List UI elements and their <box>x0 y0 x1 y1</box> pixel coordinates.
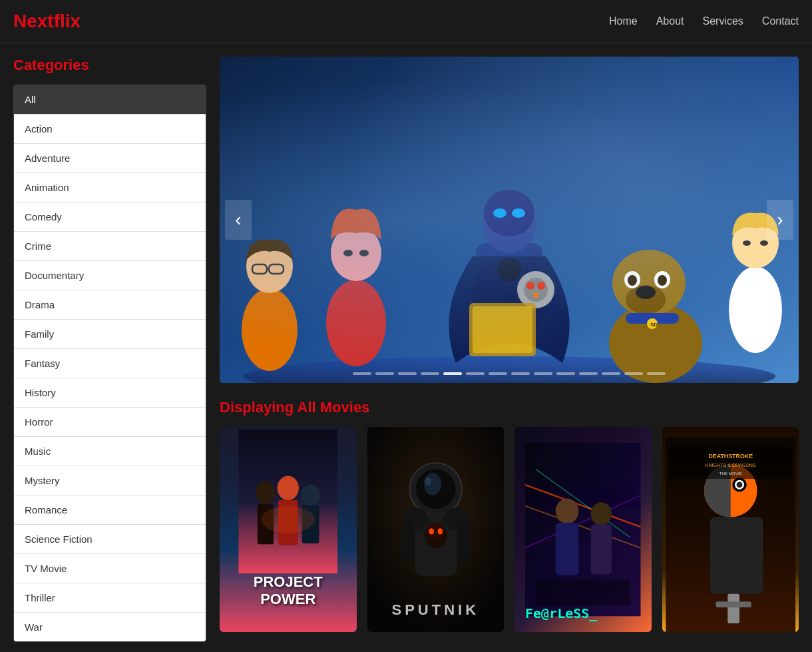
category-thriller[interactable]: Thriller <box>14 583 206 613</box>
svg-rect-79 <box>715 601 751 607</box>
category-action[interactable]: Action <box>14 115 206 144</box>
category-list: All Action Adventure Animation Comedy Cr… <box>13 85 206 642</box>
banner-dot-10[interactable] <box>556 372 575 375</box>
categories-title: Categories <box>13 57 206 74</box>
svg-point-16 <box>636 286 656 299</box>
nav-links: Home About Services Contact <box>609 15 799 27</box>
svg-rect-3 <box>476 243 542 263</box>
svg-point-14 <box>612 250 686 316</box>
svg-rect-71 <box>536 579 630 605</box>
svg-point-67 <box>556 499 579 524</box>
category-history[interactable]: History <box>14 378 206 408</box>
nav-item-services[interactable]: Services <box>703 15 743 27</box>
svg-text:SD: SD <box>650 322 658 328</box>
banner-dot-9[interactable] <box>534 372 552 375</box>
movie-card-sputnik[interactable]: SPUTNIK <box>367 427 505 632</box>
brand-logo[interactable]: Nextflix <box>13 11 81 32</box>
project-power-art <box>220 430 357 573</box>
content-area: SD <box>220 57 799 642</box>
svg-point-10 <box>331 225 381 281</box>
svg-point-18 <box>628 275 637 286</box>
banner-dots <box>353 372 666 375</box>
nav-item-about[interactable]: About <box>656 15 684 27</box>
svg-point-28 <box>242 288 298 371</box>
svg-rect-70 <box>591 524 612 574</box>
nav-link-contact[interactable]: Contact <box>762 15 799 27</box>
svg-point-15 <box>626 285 666 314</box>
svg-point-2 <box>473 250 546 343</box>
banner-dot-8[interactable] <box>511 372 530 375</box>
project-power-title: PROJECT <box>254 573 323 591</box>
category-romance[interactable]: Romance <box>14 495 206 525</box>
project-power-title2: POWER <box>254 591 323 608</box>
banner-dot-13[interactable] <box>624 372 643 375</box>
banner-dot-4[interactable] <box>421 372 439 375</box>
svg-rect-39 <box>473 306 532 353</box>
svg-point-12 <box>359 250 369 256</box>
movie-card-fearless[interactable]: Fe@rLeSS_ <box>514 427 652 632</box>
category-animation[interactable]: Animation <box>14 173 206 202</box>
category-music[interactable]: Music <box>14 437 206 466</box>
category-science-fiction[interactable]: Science Fiction <box>14 525 206 554</box>
category-comedy[interactable]: Comedy <box>14 202 206 232</box>
nav-item-contact[interactable]: Contact <box>762 15 799 27</box>
category-family[interactable]: Family <box>14 320 206 349</box>
svg-point-29 <box>246 240 293 293</box>
sidebar: Categories All Action Adventure Animatio… <box>13 57 206 642</box>
svg-point-69 <box>591 502 612 525</box>
svg-point-6 <box>493 208 507 218</box>
banner-dot-6[interactable] <box>466 372 485 375</box>
banner-dot-5[interactable] <box>443 372 462 375</box>
movie-card-fearless-inner: Fe@rLeSS_ <box>514 427 652 632</box>
banner-carousel: SD <box>220 57 799 383</box>
svg-point-60 <box>429 528 433 534</box>
deathstroke-art: DEATHSTROKE KNIGHTS & DRAGONS THE MOVIE <box>662 438 799 632</box>
category-war[interactable]: War <box>14 613 206 641</box>
nav-item-home[interactable]: Home <box>609 15 638 27</box>
svg-point-45 <box>301 484 319 505</box>
nav-link-home[interactable]: Home <box>609 15 638 27</box>
svg-point-33 <box>517 271 554 308</box>
movie-card-project-power[interactable]: PROJECT POWER <box>220 427 357 632</box>
movies-grid: PROJECT POWER <box>220 427 799 632</box>
banner-dot-2[interactable] <box>375 372 394 375</box>
fearless-art <box>525 438 641 621</box>
category-fantasy[interactable]: Fantasy <box>14 349 206 378</box>
banner-next-button[interactable]: › <box>767 200 793 240</box>
banner-dot-12[interactable] <box>602 372 620 375</box>
svg-text:DEATHSTROKE: DEATHSTROKE <box>708 453 753 460</box>
svg-rect-38 <box>469 303 536 356</box>
category-crime[interactable]: Crime <box>14 232 206 261</box>
movie-card-deathstroke[interactable]: DEATHSTROKE KNIGHTS & DRAGONS THE MOVIE <box>662 427 799 632</box>
movie-card-sputnik-inner: SPUTNIK <box>367 427 505 632</box>
banner-dot-14[interactable] <box>647 372 666 375</box>
banner-scene: SD <box>220 57 799 383</box>
banner-dot-3[interactable] <box>398 372 417 375</box>
banner-dot-11[interactable] <box>579 372 598 375</box>
navbar: Nextflix Home About Services Contact <box>0 0 812 43</box>
category-mystery[interactable]: Mystery <box>14 466 206 495</box>
banner-dot-7[interactable] <box>489 372 507 375</box>
svg-point-36 <box>537 282 545 290</box>
svg-point-43 <box>278 476 299 500</box>
svg-point-52 <box>425 477 431 486</box>
category-all[interactable]: All <box>14 85 206 115</box>
svg-point-26 <box>743 240 751 246</box>
svg-point-5 <box>484 190 534 236</box>
banner-dot-1[interactable] <box>353 372 371 375</box>
svg-text:KNIGHTS & DRAGONS: KNIGHTS & DRAGONS <box>705 463 755 468</box>
category-horror[interactable]: Horror <box>14 408 206 437</box>
nav-link-about[interactable]: About <box>656 15 684 27</box>
category-documentary[interactable]: Documentary <box>14 261 206 290</box>
svg-text:THE MOVIE: THE MOVIE <box>719 471 741 476</box>
category-tv-movie[interactable]: TV Movie <box>14 554 206 583</box>
svg-point-35 <box>526 282 534 290</box>
svg-rect-78 <box>727 594 739 623</box>
movie-card-deathstroke-inner: DEATHSTROKE KNIGHTS & DRAGONS THE MOVIE <box>662 427 799 632</box>
nav-link-services[interactable]: Services <box>703 15 743 27</box>
banner-illustration: SD <box>220 57 799 383</box>
category-adventure[interactable]: Adventure <box>14 144 206 173</box>
banner-prev-button[interactable]: ‹ <box>225 200 252 240</box>
category-drama[interactable]: Drama <box>14 290 206 320</box>
svg-point-41 <box>256 482 276 504</box>
